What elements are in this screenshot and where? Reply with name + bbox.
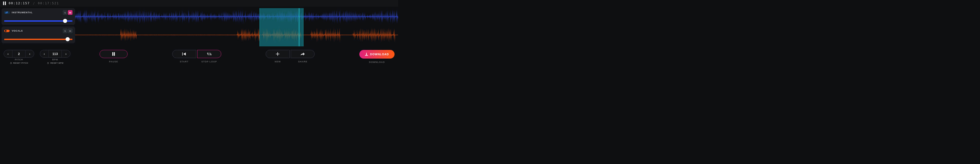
tracks-panel: INSTRUMENTAL S M	[0, 6, 398, 48]
reset-icon	[10, 62, 12, 65]
pitch-control: ‹ 2 › PITCH RESET PITCH	[3, 50, 34, 65]
pause-label: PAUSE	[109, 61, 118, 63]
download-icon	[365, 53, 368, 56]
volume-slider-instrumental[interactable]	[4, 19, 73, 22]
share-button[interactable]	[291, 50, 315, 58]
mute-button[interactable]: M	[68, 28, 73, 33]
reset-icon	[47, 62, 49, 65]
download-group: DOWNLOAD DOWNLOAD	[360, 50, 395, 63]
time-current: 00:12:157	[9, 2, 30, 5]
reset-bpm-button[interactable]: RESET BPM	[47, 62, 63, 65]
waveform-vocals[interactable]	[75, 27, 398, 43]
pitch-stepper: ‹ 2 ›	[3, 50, 34, 58]
share-icon	[301, 52, 305, 55]
pitch-label: PITCH	[15, 58, 23, 61]
time-bar: 00:12:157 / 00:17:521	[0, 0, 398, 6]
skip-start-icon	[182, 52, 186, 55]
reset-pitch-button[interactable]: RESET PITCH	[10, 62, 28, 65]
svg-rect-5	[112, 52, 113, 56]
pause-icon-small[interactable]	[3, 2, 6, 5]
stop-loop-button[interactable]	[197, 50, 221, 58]
controls-bar: ‹ 2 › PITCH RESET PITCH ‹ 113 › BPM RESE…	[0, 48, 398, 67]
pause-icon	[112, 52, 115, 56]
bpm-control: ‹ 113 › BPM RESET BPM	[40, 50, 70, 65]
bpm-down-button[interactable]: ‹	[40, 50, 49, 57]
waveform-instrumental[interactable]	[75, 8, 398, 25]
download-button[interactable]: DOWNLOAD	[360, 50, 395, 58]
bpm-label: BPM	[52, 58, 58, 61]
track-row: INSTRUMENTAL S M	[2, 8, 398, 25]
audio-editor: 00:12:157 / 00:17:521 INSTRUMENTAL S M	[0, 0, 398, 67]
download-label: DOWNLOAD	[369, 61, 385, 63]
stop-loop-label: STOP LOOP	[197, 61, 221, 63]
svg-rect-6	[114, 52, 115, 56]
new-button[interactable]	[266, 50, 290, 58]
share-label: SHARE	[291, 61, 315, 63]
pitch-down-button[interactable]: ‹	[4, 50, 13, 57]
track-name: INSTRUMENTAL	[12, 11, 61, 14]
loop-button-pair	[172, 50, 221, 58]
svg-rect-7	[182, 52, 183, 55]
solo-button[interactable]: S	[63, 10, 67, 15]
pitch-value: 2	[13, 52, 25, 55]
start-label: START	[172, 61, 196, 63]
bpm-up-button[interactable]: ›	[62, 50, 70, 57]
pause-group: PAUSE	[100, 50, 127, 63]
track-header-instrumental: INSTRUMENTAL S M	[2, 8, 75, 25]
bpm-stepper: ‹ 113 ›	[40, 50, 70, 58]
solo-button[interactable]: S	[63, 28, 67, 33]
mic-icon	[4, 29, 10, 33]
plus-icon	[276, 52, 280, 56]
time-total: 00:17:521	[38, 2, 59, 5]
track-name: VOCALS	[12, 30, 61, 32]
pause-button[interactable]	[100, 50, 127, 58]
music-note-icon	[4, 11, 10, 14]
track-header-vocals: VOCALS S M	[2, 27, 75, 43]
new-share-pair	[266, 50, 315, 58]
svg-point-3	[5, 30, 6, 32]
track-row: VOCALS S M	[2, 27, 398, 43]
start-button[interactable]	[172, 50, 196, 58]
volume-slider-vocals[interactable]	[4, 38, 73, 41]
bpm-value: 113	[49, 52, 62, 55]
new-label: NEW	[266, 61, 290, 63]
loop-icon	[207, 52, 212, 55]
pitch-up-button[interactable]: ›	[25, 50, 34, 57]
mute-button[interactable]: M	[68, 10, 73, 15]
solo-mute-group: S M	[63, 28, 73, 33]
time-separator: /	[33, 2, 35, 5]
solo-mute-group: S M	[63, 10, 73, 15]
